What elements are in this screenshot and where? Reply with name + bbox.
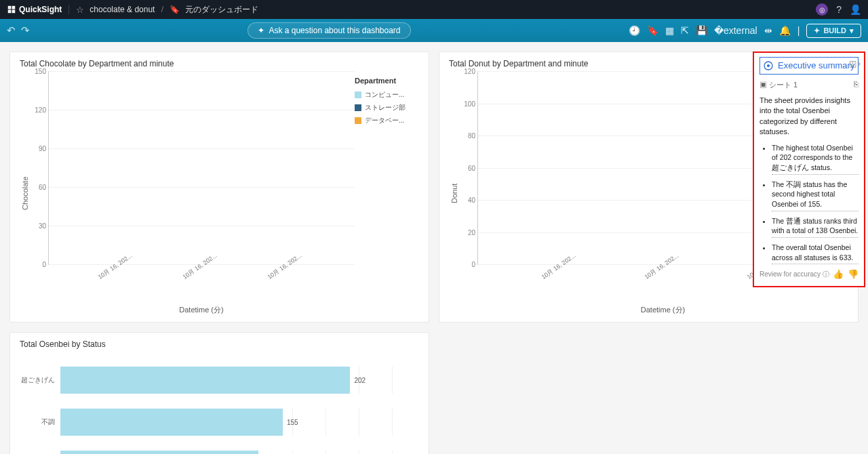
category-label: 不調 xyxy=(20,417,60,427)
y-tick-label: 80 xyxy=(460,132,475,140)
legend-items: コンピュー...ストレージ部データベー... xyxy=(355,90,419,125)
legend: Department コンピュー...ストレージ部データベー... xyxy=(355,71,419,315)
legend-item[interactable]: ストレージ部 xyxy=(355,103,419,112)
panel-close-icon[interactable]: › xyxy=(858,59,861,68)
legend-swatch xyxy=(355,117,361,124)
breadcrumb: chocolate & donut / 🔖 元のダッシュボード xyxy=(90,4,258,16)
info-icon[interactable]: ⓘ xyxy=(823,270,829,278)
summary-bullet: The overall total Osenbei across all sta… xyxy=(772,243,859,264)
fit-icon[interactable]: ⇹ xyxy=(764,25,772,36)
hbar[interactable] xyxy=(60,367,350,394)
thumbs-down-icon[interactable]: 👎 xyxy=(848,269,859,279)
y-tick-label: 60 xyxy=(31,184,46,191)
app-header: QuickSight ☆ chocolate & donut / 🔖 元のダッシ… xyxy=(0,0,868,19)
legend-label: ストレージ部 xyxy=(365,103,406,112)
chocolate-xaxis: 10月 16, 202...10月 16, 202...10月 16, 202.… xyxy=(48,265,355,283)
osenbei-plot: 超ごきげん202不調155普通138 xyxy=(20,352,419,454)
y-tick-label: 20 xyxy=(460,228,475,236)
legend-label: コンピュー... xyxy=(365,90,404,100)
summary-description: The sheet provides insights into the tot… xyxy=(760,96,859,138)
y-tick-label: 0 xyxy=(460,261,475,268)
summary-bullet: The highest total Osenbei of 202 corresp… xyxy=(772,143,859,175)
x-axis-title: Datetime (分) xyxy=(477,305,848,315)
toolbar: ↶ ↷ ✦ Ask a question about this dashboar… xyxy=(0,19,868,42)
sheet-name: シート 1 xyxy=(769,81,797,89)
copy-icon[interactable]: ⎘ xyxy=(854,80,859,90)
grid-icon[interactable]: ▦ xyxy=(665,25,674,36)
doc-name[interactable]: chocolate & donut xyxy=(90,5,155,14)
favorite-icon[interactable]: ☆ xyxy=(76,5,84,15)
svg-point-1 xyxy=(767,64,770,67)
y-axis-label: Chocolate xyxy=(20,71,31,315)
caret-down-icon: ▾ xyxy=(850,26,854,35)
dashboard-name[interactable]: 元のダッシュボード xyxy=(185,5,258,14)
legend-title: Department xyxy=(355,77,419,85)
y-tick-label: 30 xyxy=(31,222,46,230)
hbar[interactable] xyxy=(60,451,258,454)
legend-swatch xyxy=(355,104,361,111)
y-tick-label: 0 xyxy=(31,261,46,268)
y-tick-label: 90 xyxy=(31,145,46,152)
bar-value-label: 202 xyxy=(354,377,366,384)
bookmark-tool-icon[interactable]: 🔖 xyxy=(647,25,658,36)
toolbar-tools: 🕘 🔖 ▦ ⇱ 💾 �external ⇹ 🔔 | ✦ BUILD ▾ xyxy=(629,24,861,38)
summary-title: Executive summary xyxy=(778,60,854,71)
app-name: QuickSight xyxy=(19,5,62,14)
y-axis-label: Donut xyxy=(449,71,460,315)
undo-icon[interactable]: ↶ xyxy=(7,24,16,37)
build-button[interactable]: ✦ BUILD ▾ xyxy=(806,24,861,38)
hbar-row: 不調155 xyxy=(20,409,419,436)
legend-item[interactable]: コンピュー... xyxy=(355,90,419,100)
app-logo[interactable]: QuickSight xyxy=(7,5,69,14)
y-tick-label: 60 xyxy=(460,164,475,171)
summary-bullet: The 普通 status ranks third with a total o… xyxy=(772,216,859,238)
build-label: BUILD xyxy=(823,26,846,35)
review-label: Review for accuracy xyxy=(760,270,821,278)
y-tick-label: 40 xyxy=(460,197,475,204)
header-right: ◎ ? 👤 xyxy=(816,3,861,16)
summary-sheet-row: ▣ シート 1 ⎘ xyxy=(760,80,859,90)
chocolate-plot: 0306090120150 xyxy=(48,71,355,265)
y-tick-label: 100 xyxy=(460,100,475,107)
card-chocolate: Total Chocolate by Department and minute… xyxy=(9,51,429,323)
redo-icon[interactable]: ↷ xyxy=(21,24,30,37)
y-tick-label: 120 xyxy=(460,68,475,75)
summary-bullet: The 不調 status has the second highest tot… xyxy=(772,180,859,211)
ask-question-button[interactable]: ✦ Ask a question about this dashboard xyxy=(248,22,410,39)
y-tick-label: 120 xyxy=(31,106,46,114)
share-icon[interactable]: �external xyxy=(714,25,757,36)
panel-dock-icon[interactable]: ◫ xyxy=(849,59,856,68)
export-icon[interactable]: ⇱ xyxy=(681,25,689,36)
bell-icon[interactable]: 🔔 xyxy=(779,25,791,36)
hbar[interactable] xyxy=(60,409,283,436)
divider: | xyxy=(797,25,800,36)
executive-summary-panel: Executive summary ◫ › ▣ シート 1 ⎘ The shee… xyxy=(753,51,865,287)
bookmark-icon: 🔖 xyxy=(170,5,180,14)
bar-value-label: 155 xyxy=(287,419,298,426)
x-axis-title: Datetime (分) xyxy=(48,305,355,315)
thumbs-up-icon[interactable]: 👍 xyxy=(833,269,844,279)
q-badge-icon[interactable]: ◎ xyxy=(816,3,828,16)
summary-bullets: The highest total Osenbei of 202 corresp… xyxy=(760,143,859,265)
hbar-row: 普通138 xyxy=(20,451,419,454)
legend-item[interactable]: データベー... xyxy=(355,116,419,125)
quicksight-icon xyxy=(7,5,16,14)
history-controls: ↶ ↷ xyxy=(7,24,30,37)
chart-title: Total Osenbei by Status xyxy=(20,339,419,349)
summary-ai-icon xyxy=(763,60,774,71)
save-icon[interactable]: 💾 xyxy=(696,25,707,36)
help-icon[interactable]: ? xyxy=(836,4,842,15)
y-tick-label: 150 xyxy=(31,68,46,75)
clock-icon[interactable]: 🕘 xyxy=(629,25,640,36)
dashboard-content: Total Chocolate by Department and minute… xyxy=(0,42,868,454)
sheet-icon: ▣ xyxy=(760,81,767,89)
hbar-row: 超ごきげん202 xyxy=(20,367,419,394)
summary-header[interactable]: Executive summary ◫ › xyxy=(760,57,859,75)
ask-label: Ask a question about this dashboard xyxy=(269,26,400,35)
breadcrumb-sep: / xyxy=(161,5,163,14)
sparkle-icon: ✦ xyxy=(258,26,264,35)
legend-swatch xyxy=(355,91,361,98)
summary-review-row: Review for accuracy ⓘ 👍 👎 xyxy=(760,269,859,279)
user-icon[interactable]: 👤 xyxy=(850,4,861,15)
category-label: 超ごきげん xyxy=(20,375,60,385)
